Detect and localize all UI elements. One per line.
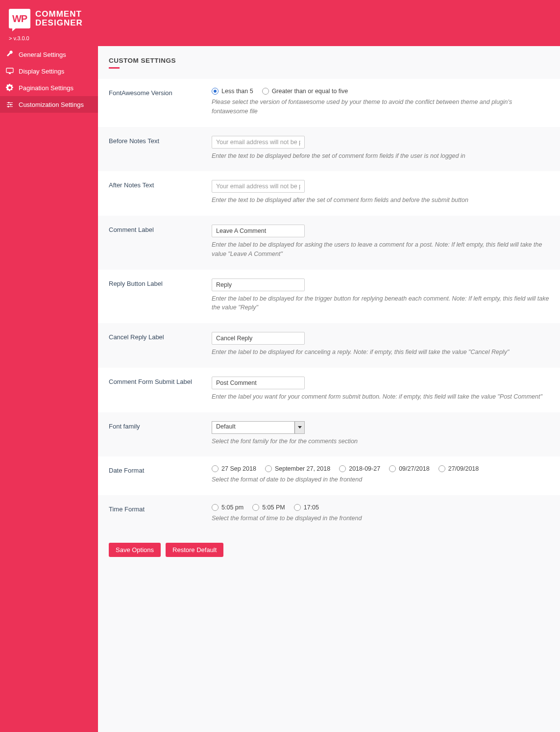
help-text: Enter the label to be displayed for the … bbox=[212, 294, 549, 313]
help-text: Enter the text to be displayed after the… bbox=[212, 196, 549, 205]
reply-button-input[interactable] bbox=[212, 278, 305, 291]
radio-time-opt2[interactable]: 17:05 bbox=[294, 504, 319, 511]
svg-rect-1 bbox=[9, 73, 11, 74]
svg-rect-0 bbox=[6, 68, 13, 73]
main-content: CUSTOM SETTINGS FontAwesome Version Less… bbox=[98, 46, 560, 732]
help-text: Enter the label to be displayed for canc… bbox=[212, 348, 549, 357]
field-label: Comment Form Submit Label bbox=[109, 377, 212, 402]
sidebar-item-general[interactable]: General Settings bbox=[0, 46, 98, 63]
section-submit-label: Comment Form Submit Label Enter the labe… bbox=[98, 368, 560, 412]
footer-actions: Save Options Restore Default bbox=[109, 543, 549, 557]
radio-icon bbox=[212, 465, 219, 472]
section-comment-label: Comment Label Enter the label to be disp… bbox=[98, 216, 560, 270]
help-text: Select the format of time to be displaye… bbox=[212, 514, 549, 523]
radio-icon bbox=[252, 504, 259, 511]
font-family-select[interactable]: Default bbox=[212, 421, 305, 434]
submit-label-input[interactable] bbox=[212, 377, 305, 389]
radio-date-opt0[interactable]: 27 Sep 2018 bbox=[212, 465, 256, 472]
cancel-reply-input[interactable] bbox=[212, 332, 305, 345]
sidebar-item-display[interactable]: Display Settings bbox=[0, 63, 98, 79]
radio-icon bbox=[262, 88, 269, 95]
radio-date-opt3[interactable]: 09/27/2018 bbox=[389, 465, 430, 472]
radio-icon bbox=[212, 88, 219, 95]
radio-time-opt0[interactable]: 5:05 pm bbox=[212, 504, 243, 511]
field-label: Font family bbox=[109, 421, 212, 446]
field-label: Date Format bbox=[109, 465, 212, 484]
help-text: Please select the version of fontawesome… bbox=[212, 98, 549, 116]
help-text: Enter the text to be displayed before th… bbox=[212, 151, 549, 161]
gear-icon bbox=[6, 84, 14, 92]
radio-icon bbox=[212, 504, 219, 511]
select-value: Default bbox=[212, 422, 294, 433]
radio-date-opt4[interactable]: 27/09/2018 bbox=[438, 465, 479, 472]
radio-icon bbox=[294, 504, 301, 511]
help-text: Select the format of date to be displaye… bbox=[212, 475, 549, 484]
radio-icon bbox=[339, 465, 346, 472]
section-fontawesome: FontAwesome Version Less than 5 Greater … bbox=[98, 79, 560, 127]
section-cancel-reply: Cancel Reply Label Enter the label to be… bbox=[98, 323, 560, 368]
help-text: Select the font family for the for the c… bbox=[212, 437, 549, 446]
field-label: Time Format bbox=[109, 504, 212, 523]
radio-icon bbox=[265, 465, 272, 472]
radio-fontawesome-gte5[interactable]: Greater than or equal to five bbox=[262, 88, 348, 95]
radio-icon bbox=[438, 465, 445, 472]
field-label: FontAwesome Version bbox=[109, 88, 212, 116]
sidebar-item-pagination[interactable]: Pagination Settings bbox=[0, 79, 98, 96]
wrench-icon bbox=[6, 50, 14, 58]
radio-date-opt1[interactable]: September 27, 2018 bbox=[265, 465, 330, 472]
sliders-icon bbox=[6, 101, 14, 108]
field-label: After Notes Text bbox=[109, 180, 212, 205]
comment-label-input[interactable] bbox=[212, 225, 305, 237]
field-label: Reply Button Label bbox=[109, 278, 212, 313]
radio-icon bbox=[389, 465, 396, 472]
section-reply-button: Reply Button Label Enter the label to be… bbox=[98, 270, 560, 324]
sidebar-item-label: Pagination Settings bbox=[19, 84, 73, 92]
help-text: Enter the label to be displayed for aski… bbox=[212, 240, 549, 259]
version-label: > v.3.0.0 bbox=[9, 35, 551, 41]
sidebar-item-label: Customization Settings bbox=[19, 101, 84, 108]
display-icon bbox=[6, 67, 14, 75]
radio-fontawesome-lt5[interactable]: Less than 5 bbox=[212, 88, 253, 95]
section-after-notes: After Notes Text Enter the text to be di… bbox=[98, 171, 560, 216]
sidebar-item-label: Display Settings bbox=[19, 68, 64, 75]
logo: WP COMMENT DESIGNER bbox=[9, 9, 551, 28]
section-date-format: Date Format 27 Sep 2018 September 27, 20… bbox=[98, 456, 560, 495]
logo-badge-icon: WP bbox=[9, 9, 30, 28]
sidebar-item-customization[interactable]: Customization Settings bbox=[0, 96, 98, 113]
radio-time-opt1[interactable]: 5:05 PM bbox=[252, 504, 285, 511]
save-button[interactable]: Save Options bbox=[109, 543, 161, 557]
section-time-format: Time Format 5:05 pm 5:05 PM 17:05 Select… bbox=[98, 495, 560, 534]
chevron-down-icon bbox=[294, 422, 304, 433]
page-title: CUSTOM SETTINGS bbox=[109, 57, 549, 68]
field-label: Before Notes Text bbox=[109, 136, 212, 161]
logo-text: COMMENT DESIGNER bbox=[35, 10, 83, 27]
field-label: Cancel Reply Label bbox=[109, 332, 212, 357]
section-before-notes: Before Notes Text Enter the text to be d… bbox=[98, 127, 560, 172]
radio-date-opt2[interactable]: 2018-09-27 bbox=[339, 465, 380, 472]
restore-button[interactable]: Restore Default bbox=[166, 543, 223, 557]
section-font-family: Font family Default Select the font fami… bbox=[98, 412, 560, 457]
app-header: WP COMMENT DESIGNER > v.3.0.0 bbox=[0, 0, 560, 46]
field-label: Comment Label bbox=[109, 225, 212, 259]
help-text: Enter the label you want for your commen… bbox=[212, 392, 549, 402]
before-notes-input[interactable] bbox=[212, 136, 305, 149]
sidebar: General Settings Display Settings Pagina… bbox=[0, 46, 98, 732]
after-notes-input[interactable] bbox=[212, 180, 305, 193]
sidebar-item-label: General Settings bbox=[19, 51, 66, 58]
